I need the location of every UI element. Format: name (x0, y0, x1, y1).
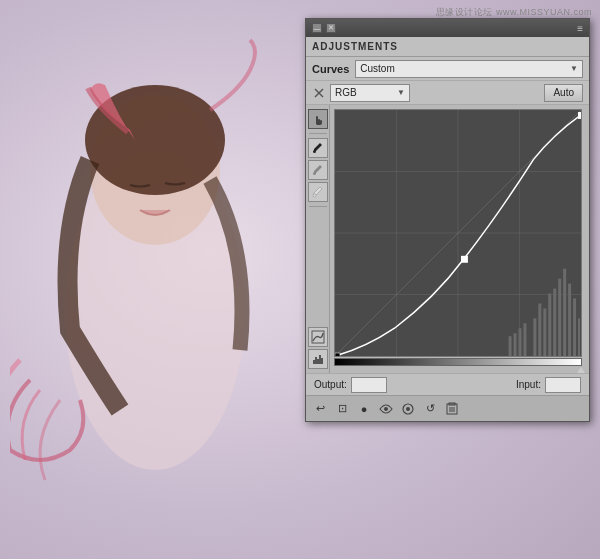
reset-button[interactable]: ↩ (310, 399, 330, 419)
svg-rect-33 (335, 353, 340, 356)
bottom-iconbar: ↩ ⊡ ● ↺ (306, 395, 589, 421)
svg-rect-12 (543, 308, 546, 356)
eyedropper-black-button[interactable] (308, 138, 328, 158)
curve-view-button[interactable] (308, 327, 328, 347)
eyedropper-gray-button[interactable] (308, 160, 328, 180)
finger-tool-button[interactable] (308, 109, 328, 129)
channel-arrow: ▼ (397, 88, 405, 97)
channel-dropdown[interactable]: RGB ▼ (330, 84, 410, 102)
input-label: Input: (516, 379, 541, 390)
curves-row: Curves Custom ▼ (306, 57, 589, 81)
rgb-row: RGB ▼ Auto (306, 81, 589, 105)
svg-rect-19 (578, 318, 580, 356)
svg-rect-22 (514, 333, 517, 356)
svg-rect-13 (548, 294, 551, 356)
input-field[interactable] (545, 377, 581, 393)
svg-point-36 (406, 407, 410, 411)
tool-separator-2 (309, 206, 327, 207)
svg-rect-10 (533, 318, 536, 356)
output-input-row: Output: Input: (306, 373, 589, 395)
histogram-view-button[interactable] (308, 349, 328, 369)
output-label: Output: (314, 379, 347, 390)
svg-rect-21 (519, 328, 522, 356)
svg-rect-14 (553, 289, 556, 356)
delete-button[interactable] (442, 399, 462, 419)
visibility-button[interactable]: ● (354, 399, 374, 419)
tools-column (306, 105, 330, 373)
curves-dropdown-arrow: ▼ (570, 64, 578, 73)
tool-separator-1 (309, 133, 327, 134)
refresh-button[interactable]: ↺ (420, 399, 440, 419)
svg-rect-11 (538, 303, 541, 356)
titlebar-controls: — ✕ (312, 23, 336, 33)
channel-value: RGB (335, 87, 357, 98)
curve-container[interactable] (334, 109, 582, 357)
panel-header: ADJUSTMENTS (306, 37, 589, 57)
curves-preset-value: Custom (360, 63, 394, 74)
panel-menu-icon[interactable]: ≡ (577, 23, 583, 34)
auto-button[interactable]: Auto (544, 84, 583, 102)
adjustments-panel: — ✕ ≡ ADJUSTMENTS Curves Custom ▼ RGB ▼ … (305, 18, 590, 422)
channel-icon[interactable] (312, 86, 326, 100)
svg-point-7 (313, 194, 316, 197)
curve-area-wrapper (330, 105, 589, 373)
svg-point-34 (384, 407, 388, 411)
curves-preset-dropdown[interactable]: Custom ▼ (355, 60, 583, 78)
svg-point-6 (313, 172, 316, 175)
panel-titlebar: — ✕ ≡ (306, 19, 589, 37)
svg-rect-23 (509, 336, 512, 356)
eye-button[interactable] (376, 399, 396, 419)
svg-rect-15 (558, 279, 561, 356)
minimize-button[interactable]: — (312, 23, 322, 33)
svg-point-5 (313, 150, 316, 153)
input-gradient-strip (334, 358, 582, 366)
close-button[interactable]: ✕ (326, 23, 336, 33)
svg-rect-31 (461, 256, 468, 263)
output-field[interactable] (351, 377, 387, 393)
svg-rect-20 (523, 323, 526, 356)
panel-title: ADJUSTMENTS (312, 41, 398, 52)
portrait-image (10, 30, 300, 530)
svg-rect-18 (573, 298, 576, 356)
clip-button[interactable]: ⊡ (332, 399, 352, 419)
svg-rect-16 (563, 269, 566, 356)
svg-rect-32 (578, 112, 581, 119)
eyedropper-white-button[interactable] (308, 182, 328, 202)
curves-label: Curves (312, 63, 349, 75)
target-button[interactable] (398, 399, 418, 419)
curve-svg (335, 110, 581, 356)
